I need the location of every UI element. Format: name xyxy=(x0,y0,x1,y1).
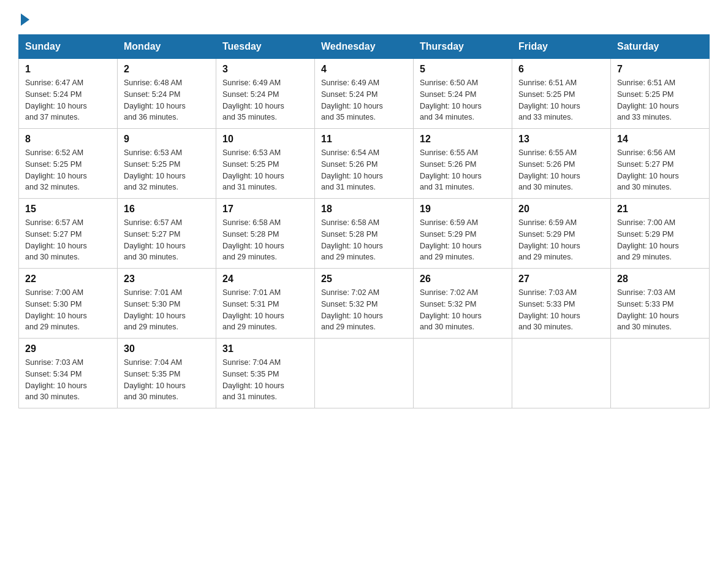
day-info: Sunrise: 6:52 AM Sunset: 5:25 PM Dayligh… xyxy=(25,147,111,193)
calendar-cell: 14 Sunrise: 6:56 AM Sunset: 5:27 PM Dayl… xyxy=(611,129,710,199)
day-number: 30 xyxy=(124,343,210,354)
page-header xyxy=(18,12,710,23)
calendar-body: 1 Sunrise: 6:47 AM Sunset: 5:24 PM Dayli… xyxy=(19,59,710,408)
day-number: 6 xyxy=(518,64,604,75)
day-number: 29 xyxy=(25,343,111,354)
day-number: 21 xyxy=(617,204,703,215)
calendar-cell: 8 Sunrise: 6:52 AM Sunset: 5:25 PM Dayli… xyxy=(19,129,118,199)
calendar-cell: 11 Sunrise: 6:54 AM Sunset: 5:26 PM Dayl… xyxy=(315,129,414,199)
calendar-cell: 20 Sunrise: 6:59 AM Sunset: 5:29 PM Dayl… xyxy=(512,199,611,269)
day-info: Sunrise: 6:53 AM Sunset: 5:25 PM Dayligh… xyxy=(124,147,210,193)
day-info: Sunrise: 6:49 AM Sunset: 5:24 PM Dayligh… xyxy=(321,77,407,123)
day-info: Sunrise: 6:59 AM Sunset: 5:29 PM Dayligh… xyxy=(518,217,604,263)
header-cell-wednesday: Wednesday xyxy=(315,35,414,59)
day-number: 15 xyxy=(25,204,111,215)
day-number: 31 xyxy=(222,343,308,354)
calendar-cell: 9 Sunrise: 6:53 AM Sunset: 5:25 PM Dayli… xyxy=(118,129,216,199)
day-number: 27 xyxy=(518,274,604,285)
calendar-cell xyxy=(611,339,710,408)
week-row-4: 22 Sunrise: 7:00 AM Sunset: 5:30 PM Dayl… xyxy=(19,269,710,339)
calendar-cell: 18 Sunrise: 6:58 AM Sunset: 5:28 PM Dayl… xyxy=(315,199,414,269)
day-number: 20 xyxy=(518,204,604,215)
day-info: Sunrise: 6:58 AM Sunset: 5:28 PM Dayligh… xyxy=(321,217,407,263)
day-info: Sunrise: 7:02 AM Sunset: 5:32 PM Dayligh… xyxy=(321,287,407,333)
day-info: Sunrise: 6:51 AM Sunset: 5:25 PM Dayligh… xyxy=(617,77,703,123)
calendar-cell: 30 Sunrise: 7:04 AM Sunset: 5:35 PM Dayl… xyxy=(118,339,216,408)
day-number: 8 xyxy=(25,134,111,145)
day-info: Sunrise: 7:04 AM Sunset: 5:35 PM Dayligh… xyxy=(124,357,210,403)
calendar-cell: 27 Sunrise: 7:03 AM Sunset: 5:33 PM Dayl… xyxy=(512,269,611,339)
calendar-cell: 22 Sunrise: 7:00 AM Sunset: 5:30 PM Dayl… xyxy=(19,269,118,339)
calendar-cell: 21 Sunrise: 7:00 AM Sunset: 5:29 PM Dayl… xyxy=(611,199,710,269)
week-row-3: 15 Sunrise: 6:57 AM Sunset: 5:27 PM Dayl… xyxy=(19,199,710,269)
day-info: Sunrise: 6:59 AM Sunset: 5:29 PM Dayligh… xyxy=(420,217,506,263)
header-cell-sunday: Sunday xyxy=(19,35,118,59)
week-row-2: 8 Sunrise: 6:52 AM Sunset: 5:25 PM Dayli… xyxy=(19,129,710,199)
day-info: Sunrise: 7:01 AM Sunset: 5:30 PM Dayligh… xyxy=(124,287,210,333)
day-number: 22 xyxy=(25,274,111,285)
calendar-cell: 10 Sunrise: 6:53 AM Sunset: 5:25 PM Dayl… xyxy=(216,129,315,199)
day-info: Sunrise: 6:55 AM Sunset: 5:26 PM Dayligh… xyxy=(420,147,506,193)
calendar-cell: 5 Sunrise: 6:50 AM Sunset: 5:24 PM Dayli… xyxy=(414,59,512,129)
calendar-cell: 15 Sunrise: 6:57 AM Sunset: 5:27 PM Dayl… xyxy=(19,199,118,269)
week-row-5: 29 Sunrise: 7:03 AM Sunset: 5:34 PM Dayl… xyxy=(19,339,710,408)
day-number: 9 xyxy=(124,134,210,145)
day-info: Sunrise: 6:48 AM Sunset: 5:24 PM Dayligh… xyxy=(124,77,210,123)
day-info: Sunrise: 6:50 AM Sunset: 5:24 PM Dayligh… xyxy=(420,77,506,123)
header-cell-tuesday: Tuesday xyxy=(216,35,315,59)
day-number: 4 xyxy=(321,64,407,75)
day-info: Sunrise: 7:00 AM Sunset: 5:30 PM Dayligh… xyxy=(25,287,111,333)
header-cell-saturday: Saturday xyxy=(611,35,710,59)
calendar-cell: 6 Sunrise: 6:51 AM Sunset: 5:25 PM Dayli… xyxy=(512,59,611,129)
day-info: Sunrise: 6:55 AM Sunset: 5:26 PM Dayligh… xyxy=(518,147,604,193)
calendar-cell xyxy=(414,339,512,408)
calendar-cell xyxy=(315,339,414,408)
calendar-cell xyxy=(512,339,611,408)
day-number: 12 xyxy=(420,134,506,145)
day-info: Sunrise: 6:58 AM Sunset: 5:28 PM Dayligh… xyxy=(222,217,308,263)
day-info: Sunrise: 7:01 AM Sunset: 5:31 PM Dayligh… xyxy=(222,287,308,333)
day-number: 11 xyxy=(321,134,407,145)
day-number: 28 xyxy=(617,274,703,285)
calendar-cell: 4 Sunrise: 6:49 AM Sunset: 5:24 PM Dayli… xyxy=(315,59,414,129)
day-info: Sunrise: 6:54 AM Sunset: 5:26 PM Dayligh… xyxy=(321,147,407,193)
calendar-cell: 31 Sunrise: 7:04 AM Sunset: 5:35 PM Dayl… xyxy=(216,339,315,408)
calendar-cell: 2 Sunrise: 6:48 AM Sunset: 5:24 PM Dayli… xyxy=(118,59,216,129)
calendar-cell: 19 Sunrise: 6:59 AM Sunset: 5:29 PM Dayl… xyxy=(414,199,512,269)
day-number: 24 xyxy=(222,274,308,285)
header-cell-thursday: Thursday xyxy=(414,35,512,59)
header-row: SundayMondayTuesdayWednesdayThursdayFrid… xyxy=(19,35,710,59)
day-info: Sunrise: 6:51 AM Sunset: 5:25 PM Dayligh… xyxy=(518,77,604,123)
header-cell-monday: Monday xyxy=(118,35,216,59)
calendar-cell: 17 Sunrise: 6:58 AM Sunset: 5:28 PM Dayl… xyxy=(216,199,315,269)
day-number: 16 xyxy=(124,204,210,215)
day-info: Sunrise: 7:03 AM Sunset: 5:33 PM Dayligh… xyxy=(518,287,604,333)
calendar-cell: 3 Sunrise: 6:49 AM Sunset: 5:24 PM Dayli… xyxy=(216,59,315,129)
day-number: 23 xyxy=(124,274,210,285)
day-number: 13 xyxy=(518,134,604,145)
day-info: Sunrise: 7:00 AM Sunset: 5:29 PM Dayligh… xyxy=(617,217,703,263)
day-number: 5 xyxy=(420,64,506,75)
day-info: Sunrise: 6:47 AM Sunset: 5:24 PM Dayligh… xyxy=(25,77,111,123)
day-info: Sunrise: 7:02 AM Sunset: 5:32 PM Dayligh… xyxy=(420,287,506,333)
calendar-cell: 26 Sunrise: 7:02 AM Sunset: 5:32 PM Dayl… xyxy=(414,269,512,339)
day-number: 7 xyxy=(617,64,703,75)
week-row-1: 1 Sunrise: 6:47 AM Sunset: 5:24 PM Dayli… xyxy=(19,59,710,129)
day-number: 1 xyxy=(25,64,111,75)
day-number: 2 xyxy=(124,64,210,75)
header-cell-friday: Friday xyxy=(512,35,611,59)
day-info: Sunrise: 6:53 AM Sunset: 5:25 PM Dayligh… xyxy=(222,147,308,193)
day-number: 17 xyxy=(222,204,308,215)
day-info: Sunrise: 6:57 AM Sunset: 5:27 PM Dayligh… xyxy=(124,217,210,263)
day-info: Sunrise: 7:03 AM Sunset: 5:33 PM Dayligh… xyxy=(617,287,703,333)
day-info: Sunrise: 6:56 AM Sunset: 5:27 PM Dayligh… xyxy=(617,147,703,193)
day-info: Sunrise: 7:04 AM Sunset: 5:35 PM Dayligh… xyxy=(222,357,308,403)
calendar-cell: 13 Sunrise: 6:55 AM Sunset: 5:26 PM Dayl… xyxy=(512,129,611,199)
day-info: Sunrise: 7:03 AM Sunset: 5:34 PM Dayligh… xyxy=(25,357,111,403)
day-number: 26 xyxy=(420,274,506,285)
calendar-cell: 16 Sunrise: 6:57 AM Sunset: 5:27 PM Dayl… xyxy=(118,199,216,269)
calendar-cell: 1 Sunrise: 6:47 AM Sunset: 5:24 PM Dayli… xyxy=(19,59,118,129)
calendar-header: SundayMondayTuesdayWednesdayThursdayFrid… xyxy=(19,35,710,59)
calendar-table: SundayMondayTuesdayWednesdayThursdayFrid… xyxy=(18,34,710,408)
calendar-cell: 29 Sunrise: 7:03 AM Sunset: 5:34 PM Dayl… xyxy=(19,339,118,408)
